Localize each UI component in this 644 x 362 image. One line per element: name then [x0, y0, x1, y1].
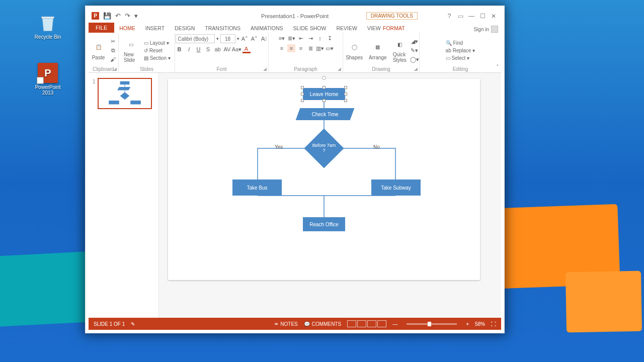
minimize-icon[interactable]: — [467, 12, 476, 21]
zoom-in-button[interactable]: + [466, 321, 469, 327]
underline-button[interactable]: U [195, 45, 203, 53]
shape-reach-office[interactable]: Reach Office [303, 217, 345, 231]
arrange-button[interactable]: ▦Arrange [367, 40, 389, 61]
new-slide-button[interactable]: ▭ New Slide [122, 37, 141, 64]
tab-slideshow[interactable]: SLIDE SHOW [288, 24, 331, 33]
copy-icon[interactable]: ⧉ [109, 46, 117, 54]
strikethrough-button[interactable]: S [204, 45, 212, 53]
close-icon[interactable]: ✕ [489, 12, 498, 21]
zoom-level[interactable]: 58% [475, 321, 485, 327]
shape-take-bus[interactable]: Take Bus [232, 179, 282, 196]
spell-check-icon[interactable]: ✎ [131, 321, 135, 327]
tab-animations[interactable]: ANIMATIONS [246, 24, 288, 33]
char-spacing-button[interactable]: AV [223, 45, 231, 53]
resize-handle[interactable] [323, 86, 326, 89]
tab-transitions[interactable]: TRANSITIONS [200, 24, 246, 33]
dialog-launcher-icon[interactable]: ◢ [338, 66, 341, 71]
notes-button[interactable]: ≐ NOTES [274, 321, 297, 327]
shrink-font-icon[interactable]: A˅ [251, 35, 259, 43]
resize-handle[interactable] [301, 99, 304, 102]
reset-button[interactable]: ↺ Reset [143, 47, 172, 54]
grow-font-icon[interactable]: A˄ [241, 35, 249, 43]
shape-check-time[interactable]: Check Time [296, 108, 355, 120]
maximize-icon[interactable]: ☐ [478, 12, 487, 21]
shape-effects-button[interactable]: ◯▾ [411, 55, 419, 63]
recycle-bin-icon[interactable]: Recycle Bin [33, 13, 63, 40]
normal-view-button[interactable] [347, 320, 356, 327]
line-spacing-button[interactable]: ↕ [316, 34, 324, 42]
dialog-launcher-icon[interactable]: ◢ [113, 66, 117, 71]
text-direction-button[interactable]: ↧ [326, 34, 334, 42]
find-button[interactable]: 🔍 Find [445, 40, 476, 46]
font-size-combo[interactable]: 18 [220, 34, 235, 43]
zoom-out-button[interactable]: — [392, 321, 397, 327]
slide-thumbnail[interactable]: 1 [93, 78, 154, 109]
help-icon[interactable]: ? [445, 12, 454, 21]
slide-editor[interactable]: Leave Home Check Time Before 7am ? [159, 73, 501, 318]
layout-button[interactable]: ▭ Layout ▾ [143, 40, 172, 46]
align-left-button[interactable]: ≡ [278, 44, 286, 52]
replace-button[interactable]: ab Replace ▾ [445, 47, 476, 54]
select-button[interactable]: ▭ Select ▾ [445, 55, 476, 61]
zoom-slider[interactable] [407, 323, 457, 325]
fit-to-window-button[interactable]: ⛶ [491, 321, 496, 327]
sorter-view-button[interactable] [357, 320, 366, 327]
shape-outline-button[interactable]: ✎▾ [411, 46, 419, 54]
section-button[interactable]: ▤ Section ▾ [143, 55, 172, 61]
resize-handle[interactable] [344, 99, 347, 102]
tab-home[interactable]: HOME [114, 24, 140, 33]
powerpoint-shortcut[interactable]: P PowerPoint 2013 [33, 63, 63, 96]
resize-handle[interactable] [344, 86, 347, 89]
tab-insert[interactable]: INSERT [140, 24, 170, 33]
slideshow-view-button[interactable] [377, 320, 386, 327]
clear-formatting-icon[interactable]: Aͯ [260, 35, 268, 43]
shape-leave-home[interactable]: Leave Home [303, 88, 345, 100]
rotate-handle-icon[interactable] [322, 76, 326, 80]
resize-handle[interactable] [301, 86, 304, 89]
redo-icon[interactable]: ↷ [125, 12, 130, 20]
align-right-button[interactable]: ≡ [297, 44, 305, 52]
undo-icon[interactable]: ↶ [115, 12, 121, 20]
align-center-button[interactable]: ≡ [287, 44, 295, 52]
dialog-launcher-icon[interactable]: ◢ [263, 66, 267, 71]
cut-icon[interactable]: ✂ [109, 37, 117, 45]
decrease-indent-button[interactable]: ⇤ [297, 34, 305, 42]
tab-review[interactable]: REVIEW [331, 24, 362, 33]
slide-indicator[interactable]: SLIDE 1 OF 1 [94, 321, 125, 327]
increase-indent-button[interactable]: ⇥ [306, 34, 314, 42]
shape-take-subway[interactable]: Take Subway [371, 179, 421, 196]
reading-view-button[interactable] [367, 320, 376, 327]
slide-canvas[interactable]: Leave Home Check Time Before 7am ? [168, 79, 480, 280]
resize-handle[interactable] [344, 93, 347, 96]
columns-button[interactable]: ▥▾ [316, 44, 324, 52]
dialog-launcher-icon[interactable]: ◢ [414, 66, 418, 71]
numbering-button[interactable]: ≣▾ [287, 34, 295, 42]
shadow-button[interactable]: ab [214, 45, 222, 53]
quick-styles-button[interactable]: ◧Quick Styles [391, 37, 409, 64]
change-case-button[interactable]: Aa▾ [233, 45, 241, 53]
align-text-button[interactable]: ▭▾ [326, 44, 334, 52]
font-color-button[interactable]: A [243, 45, 251, 53]
tab-design[interactable]: DESIGN [170, 24, 200, 33]
resize-handle[interactable] [301, 93, 304, 96]
save-icon[interactable]: 💾 [103, 12, 111, 20]
justify-button[interactable]: ≣ [306, 44, 314, 52]
format-painter-icon[interactable]: 🖌 [109, 55, 117, 63]
italic-button[interactable]: I [185, 45, 193, 53]
ribbon-display-icon[interactable]: ▭ [456, 12, 465, 21]
start-from-beginning-icon[interactable]: ▾ [134, 12, 138, 20]
font-name-combo[interactable]: Calibri (Body) [176, 34, 215, 43]
app-icon[interactable]: P [92, 12, 99, 20]
collapse-ribbon-icon[interactable]: ˄ [496, 64, 499, 70]
resize-handle[interactable] [323, 99, 326, 102]
sign-in[interactable]: Sign in [473, 26, 498, 33]
tab-file[interactable]: FILE [89, 23, 114, 33]
shape-fill-button[interactable]: ◢▾ [411, 37, 419, 45]
comments-button[interactable]: 💬 COMMENTS [304, 321, 341, 327]
bullets-button[interactable]: ≡▾ [278, 34, 286, 42]
bold-button[interactable]: B [176, 45, 184, 53]
shapes-button[interactable]: ◯Shapes [344, 40, 365, 61]
status-bar: SLIDE 1 OF 1 ✎ ≐ NOTES 💬 COMMENTS — + 58… [89, 318, 501, 330]
tab-format[interactable]: FORMAT [378, 24, 410, 33]
paste-button[interactable]: 📋 Paste [90, 40, 107, 61]
